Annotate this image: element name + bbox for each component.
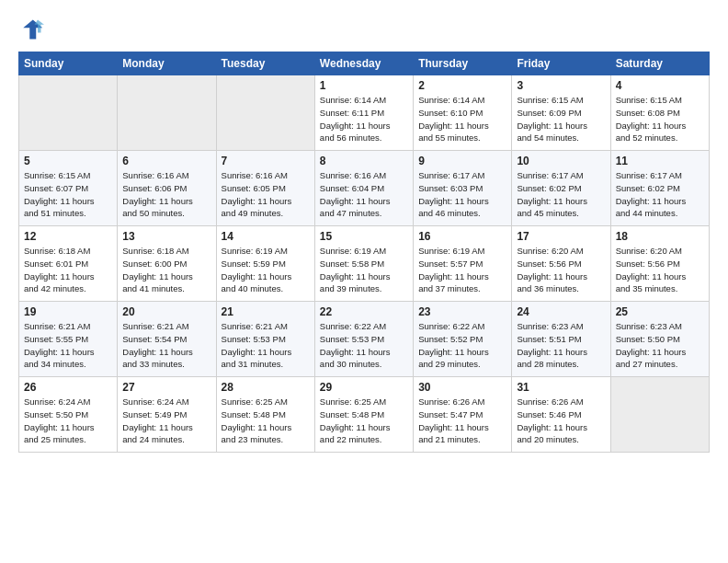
calendar-table: SundayMondayTuesdayWednesdayThursdayFrid… <box>18 52 710 453</box>
calendar-cell: 5Sunrise: 6:15 AM Sunset: 6:07 PM Daylig… <box>19 151 118 226</box>
day-number: 14 <box>222 230 310 243</box>
day-info: Sunrise: 6:25 AM Sunset: 5:48 PM Dayligh… <box>320 396 408 446</box>
calendar-cell <box>118 75 216 151</box>
day-number: 23 <box>418 305 506 318</box>
calendar-cell: 12Sunrise: 6:18 AM Sunset: 6:01 PM Dayli… <box>19 226 118 302</box>
calendar-cell <box>216 75 314 151</box>
day-number: 19 <box>24 305 112 318</box>
calendar-cell: 3Sunrise: 6:15 AM Sunset: 6:09 PM Daylig… <box>512 75 610 151</box>
day-info: Sunrise: 6:18 AM Sunset: 6:01 PM Dayligh… <box>24 245 112 295</box>
day-info: Sunrise: 6:23 AM Sunset: 5:51 PM Dayligh… <box>517 320 605 371</box>
day-number: 21 <box>222 305 310 318</box>
day-number: 7 <box>222 155 310 167</box>
calendar-cell: 13Sunrise: 6:18 AM Sunset: 6:00 PM Dayli… <box>118 226 216 302</box>
day-info: Sunrise: 6:17 AM Sunset: 6:02 PM Dayligh… <box>616 169 704 220</box>
logo-icon <box>18 17 44 42</box>
day-number: 4 <box>616 79 704 92</box>
day-number: 5 <box>24 155 112 167</box>
calendar-cell: 1Sunrise: 6:14 AM Sunset: 6:11 PM Daylig… <box>314 75 413 151</box>
calendar-cell: 18Sunrise: 6:20 AM Sunset: 5:56 PM Dayli… <box>610 226 709 302</box>
day-info: Sunrise: 6:22 AM Sunset: 5:53 PM Dayligh… <box>320 320 408 371</box>
day-info: Sunrise: 6:19 AM Sunset: 5:57 PM Dayligh… <box>418 245 506 295</box>
calendar-cell: 24Sunrise: 6:23 AM Sunset: 5:51 PM Dayli… <box>512 302 610 377</box>
logo <box>18 17 48 42</box>
day-number: 26 <box>24 381 112 394</box>
day-number: 24 <box>517 305 605 318</box>
day-number: 9 <box>418 155 506 167</box>
col-header-monday: Monday <box>118 52 216 75</box>
day-info: Sunrise: 6:21 AM Sunset: 5:54 PM Dayligh… <box>122 320 210 371</box>
calendar-cell: 26Sunrise: 6:24 AM Sunset: 5:50 PM Dayli… <box>19 377 118 453</box>
day-info: Sunrise: 6:14 AM Sunset: 6:10 PM Dayligh… <box>418 94 506 144</box>
day-number: 31 <box>517 381 605 394</box>
calendar-cell: 7Sunrise: 6:16 AM Sunset: 6:05 PM Daylig… <box>216 151 314 226</box>
day-info: Sunrise: 6:24 AM Sunset: 5:50 PM Dayligh… <box>24 396 112 446</box>
calendar-cell: 21Sunrise: 6:21 AM Sunset: 5:53 PM Dayli… <box>216 302 314 377</box>
day-info: Sunrise: 6:17 AM Sunset: 6:03 PM Dayligh… <box>418 169 506 220</box>
calendar-cell: 9Sunrise: 6:17 AM Sunset: 6:03 PM Daylig… <box>414 151 512 226</box>
calendar-cell: 10Sunrise: 6:17 AM Sunset: 6:02 PM Dayli… <box>512 151 610 226</box>
day-number: 11 <box>616 155 704 167</box>
calendar-cell: 17Sunrise: 6:20 AM Sunset: 5:56 PM Dayli… <box>512 226 610 302</box>
day-number: 28 <box>222 381 310 394</box>
day-info: Sunrise: 6:20 AM Sunset: 5:56 PM Dayligh… <box>517 245 605 295</box>
day-number: 1 <box>320 79 408 92</box>
calendar-cell: 28Sunrise: 6:25 AM Sunset: 5:48 PM Dayli… <box>216 377 314 453</box>
day-info: Sunrise: 6:26 AM Sunset: 5:46 PM Dayligh… <box>517 396 605 446</box>
calendar-week-row: 12Sunrise: 6:18 AM Sunset: 6:01 PM Dayli… <box>19 226 710 302</box>
day-number: 10 <box>517 155 605 167</box>
day-number: 6 <box>122 155 210 167</box>
day-number: 25 <box>616 305 704 318</box>
day-info: Sunrise: 6:15 AM Sunset: 6:08 PM Dayligh… <box>616 94 704 144</box>
day-number: 18 <box>616 230 704 243</box>
day-info: Sunrise: 6:25 AM Sunset: 5:48 PM Dayligh… <box>222 396 310 446</box>
calendar-week-row: 1Sunrise: 6:14 AM Sunset: 6:11 PM Daylig… <box>19 75 710 151</box>
col-header-tuesday: Tuesday <box>216 52 314 75</box>
day-info: Sunrise: 6:14 AM Sunset: 6:11 PM Dayligh… <box>320 94 408 144</box>
day-number: 8 <box>320 155 408 167</box>
day-info: Sunrise: 6:21 AM Sunset: 5:55 PM Dayligh… <box>24 320 112 371</box>
day-info: Sunrise: 6:19 AM Sunset: 5:58 PM Dayligh… <box>320 245 408 295</box>
col-header-saturday: Saturday <box>610 52 709 75</box>
calendar-header-row: SundayMondayTuesdayWednesdayThursdayFrid… <box>19 52 710 75</box>
col-header-thursday: Thursday <box>414 52 512 75</box>
calendar-cell: 31Sunrise: 6:26 AM Sunset: 5:46 PM Dayli… <box>512 377 610 453</box>
col-header-sunday: Sunday <box>19 52 118 75</box>
day-number: 13 <box>122 230 210 243</box>
calendar-week-row: 26Sunrise: 6:24 AM Sunset: 5:50 PM Dayli… <box>19 377 710 453</box>
calendar-cell: 16Sunrise: 6:19 AM Sunset: 5:57 PM Dayli… <box>414 226 512 302</box>
day-number: 20 <box>122 305 210 318</box>
day-info: Sunrise: 6:15 AM Sunset: 6:09 PM Dayligh… <box>517 94 605 144</box>
day-number: 29 <box>320 381 408 394</box>
calendar-cell: 29Sunrise: 6:25 AM Sunset: 5:48 PM Dayli… <box>314 377 413 453</box>
day-number: 30 <box>418 381 506 394</box>
day-number: 3 <box>517 79 605 92</box>
calendar-cell: 15Sunrise: 6:19 AM Sunset: 5:58 PM Dayli… <box>314 226 413 302</box>
day-info: Sunrise: 6:21 AM Sunset: 5:53 PM Dayligh… <box>222 320 310 371</box>
day-info: Sunrise: 6:15 AM Sunset: 6:07 PM Dayligh… <box>24 169 112 220</box>
col-header-friday: Friday <box>512 52 610 75</box>
calendar-cell <box>610 377 709 453</box>
calendar-page: SundayMondayTuesdayWednesdayThursdayFrid… <box>0 0 728 563</box>
col-header-wednesday: Wednesday <box>314 52 413 75</box>
day-number: 22 <box>320 305 408 318</box>
calendar-cell: 4Sunrise: 6:15 AM Sunset: 6:08 PM Daylig… <box>610 75 709 151</box>
day-number: 2 <box>418 79 506 92</box>
day-number: 27 <box>122 381 210 394</box>
calendar-week-row: 5Sunrise: 6:15 AM Sunset: 6:07 PM Daylig… <box>19 151 710 226</box>
calendar-cell: 22Sunrise: 6:22 AM Sunset: 5:53 PM Dayli… <box>314 302 413 377</box>
calendar-cell: 2Sunrise: 6:14 AM Sunset: 6:10 PM Daylig… <box>414 75 512 151</box>
day-info: Sunrise: 6:23 AM Sunset: 5:50 PM Dayligh… <box>616 320 704 371</box>
day-info: Sunrise: 6:17 AM Sunset: 6:02 PM Dayligh… <box>517 169 605 220</box>
calendar-cell: 27Sunrise: 6:24 AM Sunset: 5:49 PM Dayli… <box>118 377 216 453</box>
calendar-cell: 20Sunrise: 6:21 AM Sunset: 5:54 PM Dayli… <box>118 302 216 377</box>
day-number: 17 <box>517 230 605 243</box>
day-number: 12 <box>24 230 112 243</box>
calendar-cell: 14Sunrise: 6:19 AM Sunset: 5:59 PM Dayli… <box>216 226 314 302</box>
calendar-cell: 8Sunrise: 6:16 AM Sunset: 6:04 PM Daylig… <box>314 151 413 226</box>
day-number: 15 <box>320 230 408 243</box>
day-info: Sunrise: 6:16 AM Sunset: 6:05 PM Dayligh… <box>222 169 310 220</box>
calendar-cell: 30Sunrise: 6:26 AM Sunset: 5:47 PM Dayli… <box>414 377 512 453</box>
calendar-cell: 23Sunrise: 6:22 AM Sunset: 5:52 PM Dayli… <box>414 302 512 377</box>
calendar-week-row: 19Sunrise: 6:21 AM Sunset: 5:55 PM Dayli… <box>19 302 710 377</box>
